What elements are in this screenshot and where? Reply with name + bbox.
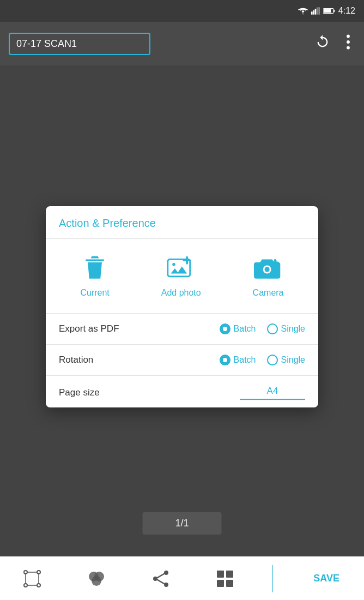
svg-point-16: [265, 267, 270, 272]
svg-rect-6: [333, 10, 335, 12]
svg-rect-0: [311, 11, 313, 14]
wifi-icon: [298, 7, 308, 15]
rotation-single-option[interactable]: Single: [267, 355, 305, 365]
signal-icon: [311, 7, 320, 15]
export-batch-option[interactable]: Batch: [220, 323, 256, 334]
svg-point-19: [24, 571, 27, 574]
action-preference-dialog: Action & Preference Current Add ph: [46, 206, 318, 407]
pages-grid-icon[interactable]: [209, 562, 241, 595]
status-bar: 4:12: [0, 0, 364, 22]
add-photo-icon: [167, 254, 195, 283]
page-size-label: Page size: [59, 387, 240, 398]
rotation-batch-label: Batch: [234, 355, 256, 365]
main-content: 1/1 Action & Preference Current: [0, 65, 364, 556]
top-bar: [0, 22, 364, 65]
svg-point-9: [347, 40, 350, 44]
camera-button[interactable]: Camera: [253, 254, 284, 298]
trash-icon: [81, 254, 109, 283]
nav-divider: [272, 565, 273, 592]
add-photo-button[interactable]: Add photo: [161, 254, 201, 298]
share-icon[interactable]: [144, 562, 177, 595]
svg-point-8: [347, 34, 350, 38]
svg-line-34: [157, 580, 164, 584]
export-single-radio[interactable]: [267, 323, 278, 334]
rotation-single-radio[interactable]: [267, 355, 278, 365]
page-size-row: Page size A4: [46, 376, 318, 407]
svg-point-32: [164, 583, 168, 587]
svg-rect-38: [226, 580, 233, 587]
rotation-single-label: Single: [281, 355, 305, 365]
svg-point-20: [37, 571, 40, 574]
svg-point-30: [164, 571, 168, 575]
export-pdf-row: Export as PDF Batch Single: [46, 314, 318, 345]
clock: 4:12: [338, 6, 355, 16]
svg-line-33: [157, 574, 164, 578]
more-options-icon[interactable]: [341, 30, 355, 58]
svg-point-10: [347, 46, 350, 49]
svg-rect-36: [226, 571, 233, 578]
transform-icon[interactable]: [16, 562, 48, 595]
file-name-input[interactable]: [9, 33, 150, 55]
status-icons: 4:12: [298, 6, 355, 16]
add-photo-label: Add photo: [161, 288, 201, 298]
current-label: Current: [80, 288, 109, 298]
svg-point-29: [92, 576, 101, 586]
action-icons-row: Current Add photo: [46, 239, 318, 314]
bottom-nav: SAVE: [0, 556, 364, 600]
svg-rect-3: [317, 7, 318, 14]
export-pdf-options: Batch Single: [220, 323, 305, 334]
dialog-title: Action & Preference: [46, 206, 318, 239]
rotation-row: Rotation Batch Single: [46, 345, 318, 376]
svg-rect-2: [315, 9, 317, 15]
rotation-batch-option[interactable]: Batch: [220, 355, 256, 365]
svg-point-21: [24, 584, 27, 587]
export-single-option[interactable]: Single: [267, 323, 305, 334]
rotation-options: Batch Single: [220, 355, 305, 365]
svg-point-22: [37, 584, 40, 587]
current-action-button[interactable]: Current: [80, 254, 109, 298]
save-button[interactable]: SAVE: [305, 573, 348, 584]
page-size-value[interactable]: A4: [240, 386, 305, 400]
battery-icon: [323, 7, 335, 15]
camera-icon: [254, 254, 282, 283]
svg-rect-1: [313, 10, 314, 15]
svg-point-12: [172, 263, 175, 266]
refresh-icon[interactable]: [311, 30, 335, 58]
svg-rect-35: [217, 571, 224, 578]
rotation-batch-radio[interactable]: [220, 355, 230, 365]
filter-icon[interactable]: [80, 562, 113, 595]
export-batch-label: Batch: [234, 324, 256, 334]
export-batch-radio[interactable]: [220, 323, 230, 334]
svg-rect-37: [217, 580, 224, 587]
svg-rect-4: [318, 7, 320, 14]
camera-label: Camera: [253, 288, 284, 298]
svg-rect-7: [324, 9, 331, 13]
page-counter: 1/1: [142, 512, 221, 535]
svg-point-31: [153, 577, 157, 581]
export-pdf-label: Export as PDF: [59, 323, 220, 334]
export-single-label: Single: [281, 324, 305, 334]
rotation-label: Rotation: [59, 355, 220, 365]
